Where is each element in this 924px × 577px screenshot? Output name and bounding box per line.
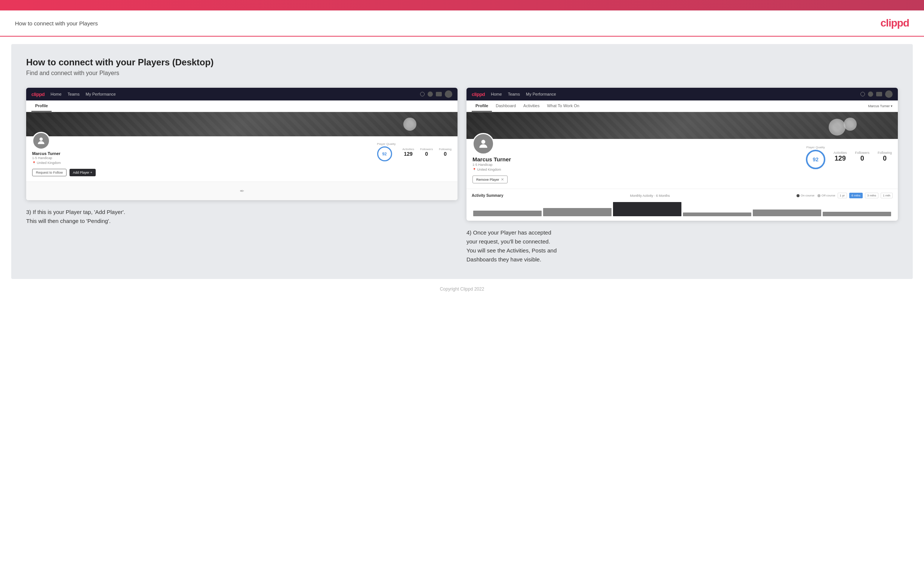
main-heading: How to connect with your Players (Deskto… [26,57,898,68]
on-course-dot [796,194,800,197]
right-followers-stat: Followers 0 [855,151,869,163]
right-tab-whattoon[interactable]: What To Work On [543,100,583,112]
search-icon [420,92,425,96]
left-followers-stat: Followers 0 [420,148,433,157]
right-avatar [472,133,494,155]
right-following-stat: Following 0 [878,151,892,163]
right-username-dropdown[interactable]: Marcus Turner ▾ [868,101,893,111]
right-tabs-row: Profile Dashboard Activities What To Wor… [467,100,898,112]
right-banner [467,112,898,139]
left-profile: Marcus Turner 1-5 Handicap 📍 United King… [26,136,457,182]
account-icon [445,90,452,98]
add-player-button[interactable]: Add Player + [69,169,96,176]
chart-bar-1 [473,211,542,216]
chart-bar-6 [823,212,891,216]
svg-point-0 [40,137,43,141]
right-quality-circle: 92 [806,150,825,169]
period-3mths[interactable]: 3 mths [865,193,879,198]
right-account-icon [885,90,893,98]
left-handicap: 1-5 Handicap [32,156,61,161]
left-activities-stat: Activities 129 [402,148,414,157]
left-player-name: Marcus Turner [32,151,61,156]
left-tabs: Profile [26,100,457,112]
off-course-legend: Off course [817,194,835,197]
top-bar [0,0,924,10]
right-activity-summary: Activity Summary Monthly Activity · 6 Mo… [467,189,898,221]
left-quality-circle: 92 [377,147,392,161]
on-course-legend: On course [796,194,814,197]
chart-bar-5 [753,210,821,216]
left-banner [26,112,457,136]
activity-controls: On course Off course 1 yr 6 mths 3 mths … [796,193,893,198]
right-tab-profile[interactable]: Profile [472,100,492,112]
left-avatar [32,132,50,150]
left-nav-logo: clippd [31,92,44,97]
left-screenshot-col: clippd Home Teams My Performance Profile [26,88,457,264]
chart-bar-4 [683,213,751,216]
activity-header: Activity Summary Monthly Activity · 6 Mo… [472,193,893,198]
right-nav-icons [861,90,893,98]
period-1mth[interactable]: 1 mth [880,193,893,198]
left-mock-browser: clippd Home Teams My Performance Profile [26,88,457,200]
left-tab-profile[interactable]: Profile [31,100,52,112]
right-nav-logo: clippd [472,92,485,97]
period-1yr[interactable]: 1 yr [838,193,847,198]
chart-bar-3 [613,202,682,216]
left-quality-label: Player Quality [377,142,396,146]
right-handicap: 1-5 Handicap [472,163,511,167]
right-tab-dashboard[interactable]: Dashboard [492,100,520,112]
left-nav-teams: Teams [68,92,80,96]
user-icon [428,92,433,97]
left-description: 3) If this is your Player tap, 'Add Play… [26,208,457,226]
activity-period: Monthly Activity · 6 Months [630,194,670,198]
right-nav: clippd Home Teams My Performance [467,88,898,100]
right-tab-activities[interactable]: Activities [520,100,543,112]
right-quality-label: Player Quality [806,146,825,149]
left-footer-area: ✒ [26,182,457,200]
off-course-dot [817,194,821,197]
right-mock-browser: clippd Home Teams My Performance Profile… [467,88,898,221]
period-6mths[interactable]: 6 mths [849,193,863,198]
right-profile: Marcus Turner 1-5 Handicap 📍 United King… [467,139,898,189]
activity-chart [472,201,893,216]
left-location: 📍 United Kingdom [32,161,61,166]
left-nav-icons [420,90,452,98]
left-nav: clippd Home Teams My Performance [26,88,457,100]
left-buttons: Request to Follow Add Player + [32,169,452,176]
main-content: How to connect with your Players (Deskto… [11,44,913,279]
right-nav-performance: My Performance [526,92,556,96]
right-location: 📍 United Kingdom [472,167,511,172]
header: How to connect with your Players clippd [0,10,924,37]
right-nav-home: Home [491,92,502,96]
footer-copyright: Copyright Clippd 2022 [0,287,924,295]
clippd-logo: clippd [880,17,909,29]
main-subheading: Find and connect with your Players [26,70,898,77]
left-nav-performance: My Performance [86,92,116,96]
right-description: 4) Once your Player has accepted your re… [467,228,898,264]
right-player-name: Marcus Turner [472,156,511,163]
right-screenshot-col: clippd Home Teams My Performance Profile… [467,88,898,264]
request-follow-button[interactable]: Request to Follow [32,169,66,176]
right-nav-teams: Teams [508,92,520,96]
right-settings-icon [876,92,882,96]
screenshots-row: clippd Home Teams My Performance Profile [26,88,898,264]
activity-title: Activity Summary [472,193,503,198]
left-nav-home: Home [50,92,61,96]
settings-icon [436,92,442,96]
svg-point-1 [481,140,486,144]
right-search-icon [861,92,865,96]
activity-legend: On course Off course [796,194,835,197]
chart-bar-2 [543,208,612,216]
right-user-icon [868,92,873,97]
right-activities-stat: Activities 129 [834,151,847,163]
page-title: How to connect with your Players [15,20,98,26]
pen-icon: ✒ [240,187,244,195]
left-following-stat: Following 0 [439,148,452,157]
right-buttons: Remove Player ✕ [472,176,892,184]
remove-player-button[interactable]: Remove Player ✕ [472,176,507,184]
